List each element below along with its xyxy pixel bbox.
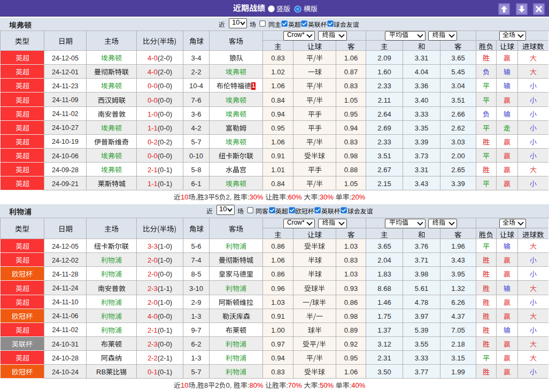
svg-text:,: , — [195, 381, 197, 389]
svg-text:10: 10 — [232, 18, 239, 26]
svg-text:20%: 20% — [351, 193, 365, 201]
svg-text:60%: 60% — [288, 193, 302, 201]
svg-text:RB: RB — [96, 368, 106, 376]
svg-text:10: 10 — [181, 381, 188, 389]
svg-text:5: 5 — [215, 193, 219, 201]
svg-text:8: 8 — [204, 381, 208, 389]
svg-text:Crow*: Crow* — [287, 219, 305, 226]
svg-text:10: 10 — [181, 193, 188, 201]
svg-text:80%: 80% — [249, 381, 263, 389]
svg-text:Crow*: Crow* — [287, 32, 305, 39]
svg-text:10: 10 — [219, 205, 227, 213]
svg-text:70%: 70% — [288, 381, 302, 389]
svg-text:2,: 2, — [226, 193, 231, 201]
svg-text:50%: 50% — [320, 381, 334, 389]
svg-text:40%: 40% — [351, 381, 365, 389]
svg-text:0,: 0, — [226, 381, 231, 389]
svg-text:2: 2 — [215, 381, 219, 389]
svg-text:,: , — [195, 193, 197, 201]
svg-text:30%: 30% — [249, 193, 263, 201]
svg-text:30%: 30% — [320, 193, 334, 201]
svg-text:3: 3 — [204, 193, 208, 201]
